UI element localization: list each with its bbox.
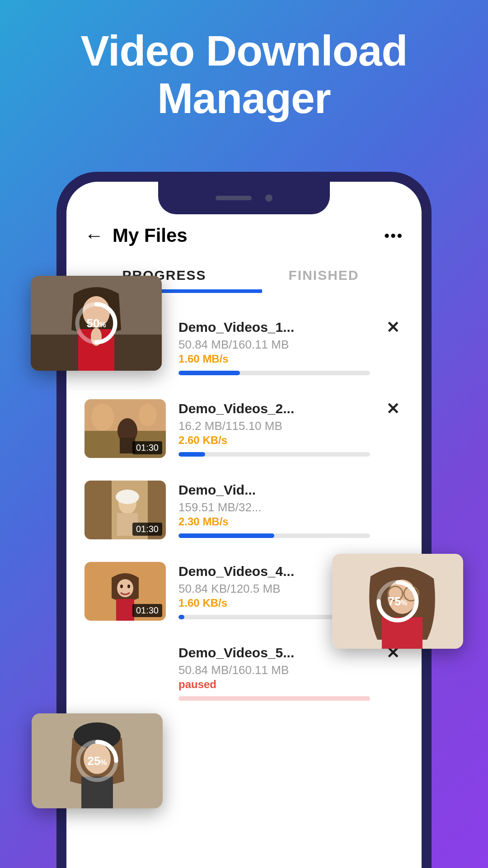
more-icon[interactable]: ••• [384,227,404,244]
svg-point-16 [120,585,123,588]
svg-rect-15 [116,599,134,621]
item-size: 16.2 MB/115.10 MB [178,419,370,433]
download-item[interactable]: 01:30 Demo_Vid... 159.51 MB/32... 2.30 M… [84,469,404,551]
video-thumbnail[interactable]: 01:30 [84,399,166,458]
duration-badge: 01:30 [132,523,162,536]
progress-bar [178,696,370,701]
svg-rect-7 [84,481,112,539]
item-info: Demo_Vid... 159.51 MB/32... 2.30 MB/s [178,481,370,538]
floating-thumbnail: 75% [332,554,463,649]
item-info: Demo_Videos_2... 16.2 MB/115.10 MB 2.60 … [178,399,370,457]
promo-headline: Video Download Manager [0,0,488,140]
item-speed: 1.60 MB/s [178,353,370,365]
svg-point-17 [127,585,130,588]
page-title: My Files [113,225,375,246]
progress-bar [178,371,370,375]
video-thumbnail[interactable]: 01:30 [84,481,166,539]
item-title: Demo_Videos_2... [178,401,370,416]
back-icon[interactable]: ← [84,225,103,246]
download-item[interactable]: 01:30 Demo_Videos_2... 16.2 MB/115.10 MB… [84,388,404,469]
item-title: Demo_Vid... [178,482,370,498]
floating-thumbnail: 50% [31,276,162,371]
progress-ring: 50% [74,301,119,346]
progress-bar [178,533,370,538]
ring-percent: 75 [388,594,401,608]
item-speed: 2.30 MB/s [178,515,370,528]
duration-badge: 01:30 [132,604,162,617]
item-title: Demo_Videos_1... [178,320,370,335]
ring-percent: 50 [86,316,99,330]
duration-badge: 01:30 [132,441,162,454]
close-icon[interactable]: ✕ [383,318,404,337]
progress-ring: 75% [375,579,420,624]
item-size: 159.51 MB/32... [178,500,370,514]
item-speed: 2.60 KB/s [178,434,370,447]
item-info: Demo_Videos_5... 50.84 MB/160.11 MB paus… [178,643,370,701]
tab-finished[interactable]: FINISHED [244,258,404,293]
svg-point-10 [116,490,139,504]
close-icon[interactable]: ✕ [383,399,404,418]
progress-bar [178,452,370,457]
svg-point-4 [91,404,114,431]
item-size: 50.84 MB/160.11 MB [178,663,370,677]
svg-point-5 [139,404,157,426]
video-thumbnail[interactable]: 01:30 [84,562,166,621]
phone-notch [158,182,330,214]
ring-percent: 25 [87,754,100,768]
progress-ring: 25% [75,738,120,783]
item-status-paused: paused [178,678,370,691]
item-info: Demo_Videos_1... 50.84 MB/160.11 MB 1.60… [178,318,370,375]
floating-thumbnail: 25% [32,713,163,808]
item-size: 50.84 MB/160.11 MB [178,338,370,352]
